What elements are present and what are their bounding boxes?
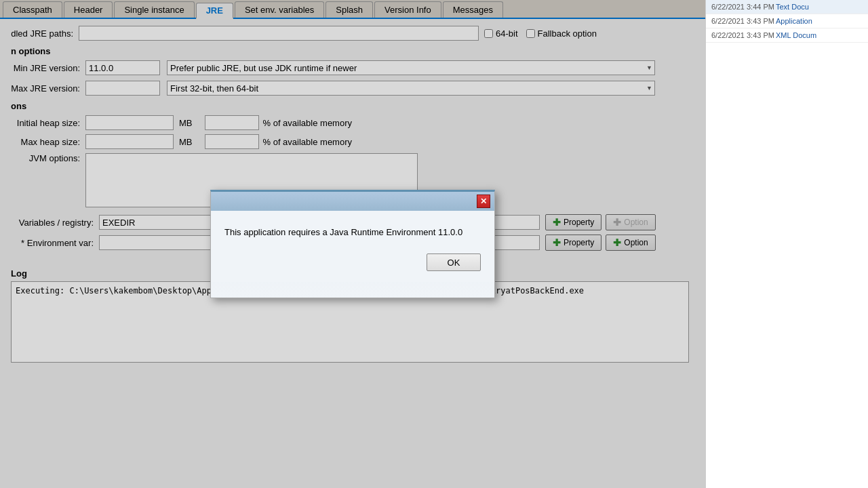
- dialog-close-button[interactable]: ✕: [477, 195, 490, 208]
- dialog-buttons: OK: [224, 253, 481, 271]
- dialog-ok-button[interactable]: OK: [427, 253, 481, 271]
- dialog-body: This application requires a Java Runtime…: [211, 211, 494, 282]
- rp-date-2: 6/22/2021 3:43 PM: [711, 31, 776, 39]
- right-panel: 6/22/2021 3:44 PM Text Docu 6/22/2021 3:…: [705, 0, 868, 488]
- rp-type-1[interactable]: Application: [776, 17, 812, 25]
- dialog-message: This application requires a Java Runtime…: [224, 227, 481, 237]
- right-panel-row-1: 6/22/2021 3:43 PM Application: [706, 14, 868, 28]
- rp-type-2[interactable]: XML Docum: [776, 31, 816, 39]
- dialog-overlay: ✕ This application requires a Java Runti…: [0, 0, 705, 488]
- java-error-dialog: ✕ This application requires a Java Runti…: [210, 190, 495, 298]
- rp-type-0[interactable]: Text Docu: [776, 3, 809, 11]
- rp-date-1: 6/22/2021 3:43 PM: [711, 17, 776, 25]
- right-panel-row-0: 6/22/2021 3:44 PM Text Docu: [706, 0, 868, 14]
- dialog-titlebar: ✕: [211, 192, 494, 211]
- rp-date-0: 6/22/2021 3:44 PM: [711, 3, 776, 11]
- right-panel-row-2: 6/22/2021 3:43 PM XML Docum: [706, 28, 868, 43]
